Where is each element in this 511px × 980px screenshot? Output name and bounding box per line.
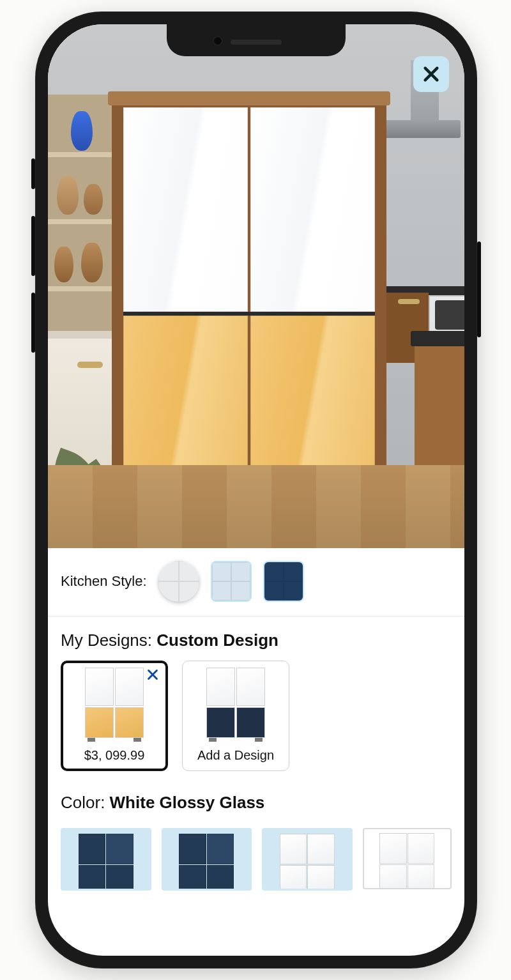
- close-icon: [146, 668, 160, 682]
- remove-design-button[interactable]: [144, 666, 162, 684]
- phone-screen: Kitchen Style: My Designs: Custom Design: [48, 24, 464, 956]
- color-option-2[interactable]: [162, 828, 252, 891]
- design-thumbnail: [206, 668, 265, 739]
- my-designs-name: Custom Design: [156, 631, 278, 650]
- fridge-panel-bottom-left[interactable]: [123, 316, 248, 473]
- phone-volume-down: [31, 293, 35, 353]
- phone-frame: Kitchen Style: My Designs: Custom Design: [35, 11, 477, 969]
- color-option-1[interactable]: [61, 828, 151, 891]
- design-thumbnail: [85, 668, 144, 739]
- color-tiles: [48, 828, 464, 891]
- phone-notch: [167, 24, 346, 56]
- kitchen-style-option-3[interactable]: [263, 561, 304, 602]
- kitchen-island: [415, 331, 464, 483]
- speaker-grille: [231, 40, 282, 45]
- color-section: Color: White Glossy Glass: [48, 776, 464, 828]
- product-render: [48, 24, 464, 548]
- kitchen-floor: [48, 465, 464, 548]
- close-button[interactable]: [413, 56, 449, 92]
- kitchen-style-row: Kitchen Style:: [48, 548, 464, 616]
- design-card-current[interactable]: $3, 099.99: [61, 661, 168, 771]
- kitchen-style-option-1[interactable]: [158, 561, 199, 602]
- design-cards: $3, 099.99 Add a Design: [61, 661, 452, 771]
- fridge-panel-bottom-right[interactable]: [250, 316, 375, 473]
- color-title: Color: White Glossy Glass: [61, 793, 452, 813]
- front-camera: [213, 36, 223, 46]
- color-prefix: Color:: [61, 793, 110, 812]
- stage: Kitchen Style: My Designs: Custom Design: [0, 0, 511, 980]
- color-name: White Glossy Glass: [110, 793, 265, 812]
- design-card-add[interactable]: Add a Design: [182, 661, 289, 771]
- color-option-3[interactable]: [262, 828, 353, 891]
- color-option-4[interactable]: [363, 828, 452, 889]
- phone-power-button: [477, 241, 481, 337]
- kitchen-shelving: [48, 95, 122, 331]
- kitchen-style-option-2[interactable]: [211, 561, 252, 602]
- phone-side-button: [31, 158, 35, 189]
- design-price: $3, 099.99: [84, 748, 145, 763]
- close-icon: [421, 64, 441, 84]
- add-design-label: Add a Design: [197, 748, 274, 763]
- fridge-panel-top-right[interactable]: [250, 107, 375, 312]
- kitchen-style-label: Kitchen Style:: [61, 573, 147, 590]
- range-hood: [384, 120, 461, 138]
- my-designs-title: My Designs: Custom Design: [61, 631, 452, 650]
- fridge-panel-top-left[interactable]: [123, 107, 248, 312]
- my-designs-section: My Designs: Custom Design $3, 099.99: [48, 616, 464, 776]
- my-designs-prefix: My Designs:: [61, 631, 156, 650]
- fridge[interactable]: [123, 107, 375, 473]
- phone-volume-up: [31, 216, 35, 276]
